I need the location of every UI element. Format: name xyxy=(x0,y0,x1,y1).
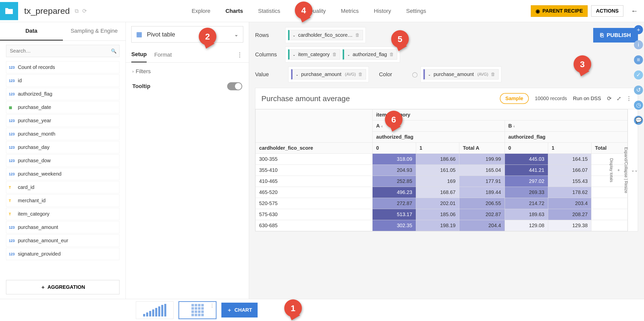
parent-recipe-button[interactable]: ◉ PARENT RECIPE xyxy=(531,5,588,17)
field-id[interactable]: 123id xyxy=(6,74,119,87)
expand-collapse-icon[interactable]: ⌄⌄ xyxy=(631,168,638,173)
back-arrow-icon[interactable]: ← xyxy=(631,7,638,15)
more-icon[interactable]: ⋮ xyxy=(626,95,632,102)
col-0-b: 0 xyxy=(505,143,548,154)
field-purchase-amount[interactable]: 123purchase_amount xyxy=(6,221,119,233)
nav-statistics[interactable]: Statistics xyxy=(258,8,280,14)
rail-add-icon[interactable]: ＋ xyxy=(634,25,643,34)
row-label: 520-575 xyxy=(256,198,373,209)
plus-icon[interactable]: ＋ xyxy=(617,168,621,173)
thumb-more-icon[interactable]: ⋮ xyxy=(210,303,214,308)
run-on-dss[interactable]: Run on DSS xyxy=(573,96,601,101)
publish-label: PUBLISH xyxy=(607,32,631,38)
chevron-down-icon: ⌄ xyxy=(234,31,238,37)
table-row: 465-520 496.23 168.67 189.44 269.33 178.… xyxy=(256,187,628,198)
cell: 441.21 xyxy=(505,165,548,176)
actions-button[interactable]: ACTIONS xyxy=(591,5,623,17)
sidebar-tab-data[interactable]: Data xyxy=(0,22,63,41)
type-text-icon: T xyxy=(9,212,15,216)
tooltip-label: Tooltip xyxy=(132,83,150,90)
chart-thumb-pivot[interactable]: ⋮ xyxy=(179,301,216,319)
expand-collapse-label[interactable]: Expand/Collapse | Resize xyxy=(624,147,628,193)
field-item-category[interactable]: Titem_category xyxy=(6,208,119,220)
field-card-id[interactable]: Tcard_id xyxy=(6,181,119,193)
rail-clock-icon[interactable]: ◷ xyxy=(634,101,643,110)
chart-thumbnails-bar: ⋮ ＋ CHART xyxy=(0,299,644,321)
color-drop[interactable]: ⌄ purchase_amount (AVG) 🗑 xyxy=(421,66,501,82)
refresh-icon[interactable]: ⟳ xyxy=(607,95,612,102)
cell: 186.66 xyxy=(416,154,459,165)
sidebar-tab-sampling[interactable]: Sampling & Engine xyxy=(63,22,126,41)
rows-drop[interactable]: ⌄ cardholder_fico_score… 🗑 xyxy=(285,27,366,43)
chart-type-selector[interactable]: ▦ Pivot table ⌄ xyxy=(131,26,243,43)
nav-explore[interactable]: Explore xyxy=(192,8,211,14)
chevron-right-icon: › xyxy=(132,69,134,74)
filters-row[interactable]: › Filters xyxy=(126,63,249,80)
subtab-more-icon[interactable]: ⋮ xyxy=(237,51,243,58)
cell: 198.19 xyxy=(416,220,459,231)
nav-metrics[interactable]: Metrics xyxy=(341,8,359,14)
field-purchase-day[interactable]: 123purchase_day xyxy=(6,141,119,153)
add-chart-button[interactable]: ＋ CHART xyxy=(221,303,258,317)
chip-value-purchase-amount[interactable]: ⌄ purchase_amount (AVG) 🗑 xyxy=(291,69,366,79)
tooltip-toggle[interactable] xyxy=(227,82,242,90)
chip-col-authorized-flag[interactable]: ⌄ authorized_flag 🗑 xyxy=(343,49,397,60)
delete-icon[interactable]: 🗑 xyxy=(355,32,360,38)
subtab-format[interactable]: Format xyxy=(154,48,172,62)
field-merchant-id[interactable]: Tmerchant_id xyxy=(6,194,119,207)
chip-col-item-category[interactable]: ⌄ item_category 🗑 xyxy=(288,49,340,60)
search-input[interactable] xyxy=(6,45,119,57)
value-drop[interactable]: ⌄ purchase_amount (AVG) 🗑 xyxy=(288,66,369,82)
sample-button[interactable]: Sample xyxy=(500,93,529,104)
rail-history-icon[interactable]: ↺ xyxy=(634,86,643,95)
field-purchase-month[interactable]: 123purchase_month xyxy=(6,128,119,140)
subtab-setup[interactable]: Setup xyxy=(131,47,147,62)
corner-cell xyxy=(256,109,373,143)
field-purchase-year[interactable]: 123purchase_year xyxy=(6,114,119,127)
nav-settings[interactable]: Settings xyxy=(406,8,426,14)
chart-thumb-bars[interactable] xyxy=(136,301,174,319)
chip-rows-fico[interactable]: ⌄ cardholder_fico_score… 🗑 xyxy=(288,30,363,40)
field-count-of-records[interactable]: 123Count of records xyxy=(6,61,119,73)
field-label: purchase_dow xyxy=(18,158,51,164)
chevron-down-icon: ⌄ xyxy=(347,53,350,57)
rail-list-icon[interactable]: ≡ xyxy=(634,55,643,64)
field-authorized-flag[interactable]: 123authorized_flag xyxy=(6,88,119,100)
cell: 129.08 xyxy=(505,220,548,231)
col-group-b[interactable]: B‹ xyxy=(505,121,627,132)
copy-icon[interactable]: ⧉ xyxy=(75,8,79,14)
right-rail: ＋ i ≡ ✓ ↺ ◷ 💬 xyxy=(634,25,643,125)
plus-icon: ＋ xyxy=(227,307,232,313)
rail-check-icon[interactable]: ✓ xyxy=(634,70,643,79)
field-purchase-date[interactable]: ▦purchase_date xyxy=(6,101,119,113)
col-group-a[interactable]: A‹ xyxy=(373,121,505,132)
chip-label: purchase_amount xyxy=(433,71,474,77)
parent-recipe-label: PARENT RECIPE xyxy=(542,8,583,14)
delete-icon[interactable]: 🗑 xyxy=(332,52,337,57)
aggregation-button[interactable]: ＋ AGGREGATION xyxy=(6,280,119,294)
type-num-icon: 123 xyxy=(9,145,15,149)
field-purchase-amount-eur[interactable]: 123purchase_amount_eur xyxy=(6,234,119,247)
columns-drop[interactable]: ⌄ item_category 🗑 ⌄ authorized_flag 🗑 xyxy=(285,47,400,62)
display-totals-label[interactable]: Display totals xyxy=(609,158,614,182)
delete-icon[interactable]: 🗑 xyxy=(491,72,495,77)
rail-chat-icon[interactable]: 💬 xyxy=(634,116,643,125)
publish-button[interactable]: ⎘ PUBLISH xyxy=(593,28,638,43)
publish-icon: ⎘ xyxy=(600,32,603,38)
nav-data-quality[interactable]: Data Quality xyxy=(295,8,326,14)
field-purchase-weekend[interactable]: 123purchase_weekend xyxy=(6,168,119,180)
field-purchase-dow[interactable]: 123purchase_dow xyxy=(6,154,119,167)
expand-icon[interactable]: ⤢ xyxy=(617,95,621,102)
delete-icon[interactable]: 🗑 xyxy=(358,72,363,77)
field-signature-provided[interactable]: 123signature_provided xyxy=(6,248,119,260)
cell: 177.91 xyxy=(459,176,505,187)
delete-icon[interactable]: 🗑 xyxy=(389,52,394,57)
rail-info-icon[interactable]: i xyxy=(634,40,643,49)
nav-history[interactable]: History xyxy=(374,8,391,14)
refresh-icon[interactable]: ⟳ xyxy=(82,8,87,14)
chip-color-purchase-amount[interactable]: ⌄ purchase_amount (AVG) 🗑 xyxy=(423,69,498,79)
cell: 252.85 xyxy=(373,176,416,187)
nav-charts[interactable]: Charts xyxy=(225,8,243,14)
dataset-folder-icon[interactable] xyxy=(0,2,18,20)
type-num-icon: 123 xyxy=(9,119,15,123)
